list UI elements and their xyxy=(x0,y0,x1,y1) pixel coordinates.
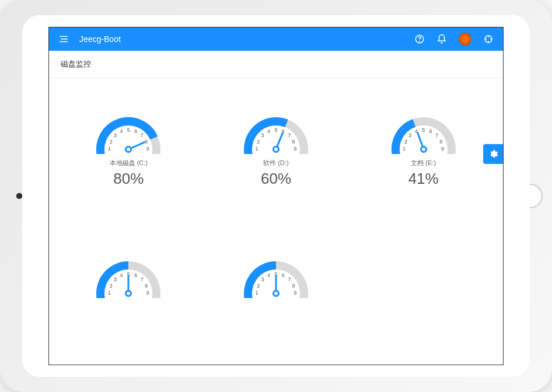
gauge-chart: 123456789 xyxy=(383,102,464,154)
tablet-camera xyxy=(16,193,22,199)
app-screen: Jeecg-Boot xyxy=(48,27,504,365)
dashboard-grid: 123456789 本地磁盘 (C:)80% 123456789 软件 (D:)… xyxy=(49,78,503,363)
gauge-chart: 123456789 xyxy=(235,102,317,154)
tablet-frame: Jeecg-Boot xyxy=(0,0,552,392)
gauge-card: 123456789 xyxy=(61,246,197,340)
user-avatar[interactable] xyxy=(459,33,471,46)
gauge-card: 123456789 软件 (D:)60% xyxy=(208,102,344,222)
tablet-inner: Jeecg-Boot xyxy=(22,15,530,377)
top-bar: Jeecg-Boot xyxy=(49,27,503,51)
gauge-card: 123456789 本地磁盘 (C:)80% xyxy=(61,102,197,222)
fullscreen-button[interactable] xyxy=(483,34,494,44)
help-icon xyxy=(414,34,425,44)
top-right-actions xyxy=(414,33,494,46)
fullscreen-icon xyxy=(483,34,494,44)
svg-point-4 xyxy=(420,41,420,41)
menu-toggle-button[interactable] xyxy=(58,33,70,45)
gauge-card: 123456789 文档 (E:)41% xyxy=(355,102,491,222)
gauge-label: 本地磁盘 (C:) xyxy=(110,159,148,167)
notification-button[interactable] xyxy=(436,34,447,44)
gauge-value: 41% xyxy=(408,170,439,188)
gauge-chart: 123456789 xyxy=(88,246,169,298)
gauge-value: 80% xyxy=(113,170,144,188)
gauge-label: 软件 (D:) xyxy=(263,159,288,167)
settings-fab[interactable] xyxy=(483,144,503,164)
gauge-chart: 123456789 xyxy=(88,102,169,154)
gear-icon xyxy=(488,149,498,159)
app-title: Jeecg-Boot xyxy=(79,34,121,44)
help-button[interactable] xyxy=(414,34,425,44)
gauge-value: 60% xyxy=(261,170,291,188)
gauge-card: 123456789 xyxy=(208,246,344,340)
gauge-label: 文档 (E:) xyxy=(411,159,436,167)
gauge-chart: 123456789 xyxy=(235,246,317,298)
page-title: 磁盘监控 xyxy=(49,51,503,78)
menu-icon xyxy=(58,34,69,44)
bell-icon xyxy=(436,34,447,44)
